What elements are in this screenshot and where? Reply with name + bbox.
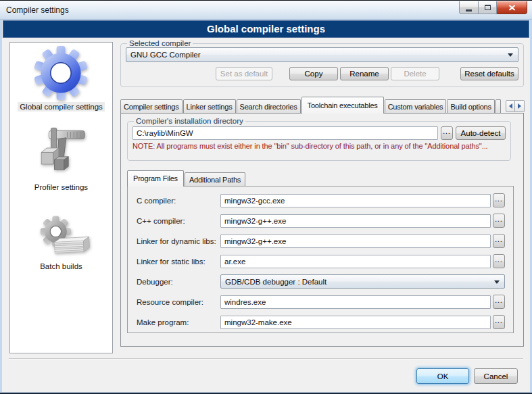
field-label: Linker for static libs:: [137, 257, 220, 266]
tab-scroll-right-button[interactable]: [515, 100, 525, 112]
field-row-c-compiler: C compiler: ...: [137, 193, 505, 207]
toolchain-executables-page: Compiler's installation directory ... Au…: [120, 113, 524, 347]
field-row-cpp-compiler: C++ compiler: ...: [137, 214, 505, 228]
paths-subtabs: Program Files Additional Paths: [127, 170, 246, 187]
chevron-down-icon: [494, 280, 500, 284]
debugger-select[interactable]: GDB/CDB debugger : Default: [220, 274, 505, 289]
installation-directory-legend: Compiler's installation directory: [134, 117, 245, 125]
window-title: Compiler settings: [6, 5, 69, 15]
static-linker-input[interactable]: [220, 255, 491, 268]
close-icon: [508, 5, 516, 11]
cpp-compiler-input[interactable]: [220, 214, 491, 228]
dynamic-linker-input[interactable]: [220, 235, 491, 248]
reset-defaults-button[interactable]: Reset defaults: [460, 67, 518, 80]
resource-compiler-input[interactable]: [220, 295, 491, 309]
right-arrow-icon: [518, 103, 521, 109]
c-compiler-browse-button[interactable]: ...: [493, 193, 505, 207]
rename-button[interactable]: Rename: [340, 67, 389, 80]
sidebar-item-label: Profiler settings: [32, 182, 90, 192]
tab-compiler-settings[interactable]: Compiler settings: [120, 99, 183, 114]
delete-button[interactable]: Delete: [391, 67, 439, 80]
field-row-dynamic-linker: Linker for dynamic libs: ...: [137, 234, 505, 248]
tab-build-options[interactable]: Build options: [447, 99, 494, 114]
blue-gear-icon: [34, 46, 88, 100]
sidebar-item-label: Batch builds: [38, 262, 84, 271]
maximize-icon: [485, 5, 491, 10]
program-files-panel: C compiler: ... C++ compiler: ... Linker…: [127, 186, 514, 333]
static-linker-browse-button[interactable]: ...: [493, 254, 505, 268]
field-row-debugger: Debugger: GDB/CDB debugger : Default: [137, 274, 505, 289]
selected-compiler-group: Selected compiler GNU GCC Compiler Set a…: [120, 39, 524, 87]
c-compiler-input[interactable]: [220, 194, 491, 207]
left-arrow-icon: [509, 103, 512, 109]
sidebar-item-profiler-settings[interactable]: Profiler settings: [32, 126, 90, 192]
titlebar[interactable]: Compiler settings: [0, 0, 532, 20]
footer-divider: [9, 358, 523, 360]
debugger-select-value: GDB/CDB debugger : Default: [225, 278, 327, 286]
resource-compiler-browse-button[interactable]: ...: [493, 295, 505, 309]
tab-linker-settings[interactable]: Linker settings: [183, 99, 236, 114]
tab-scroll-buttons: [504, 100, 525, 112]
sidebar-item-label: Global compiler settings: [18, 102, 105, 112]
make-program-input[interactable]: [220, 316, 491, 329]
subtab-additional-paths[interactable]: Additional Paths: [185, 172, 245, 187]
field-label: Linker for dynamic libs:: [137, 237, 220, 245]
sidebar-item-global-compiler-settings[interactable]: Global compiler settings: [18, 46, 105, 112]
compiler-select-value: GNU GCC Compiler: [130, 51, 201, 59]
ok-button[interactable]: OK: [416, 368, 469, 384]
field-label: C++ compiler:: [137, 217, 220, 225]
field-row-make-program: Make program: ...: [137, 315, 505, 329]
tab-custom-variables[interactable]: Custom variables: [385, 99, 447, 114]
subtab-program-files[interactable]: Program Files: [127, 170, 184, 187]
gray-gear-stack-icon: [32, 211, 91, 260]
minimize-icon: [466, 9, 472, 11]
compiler-settings-window: Compiler settings Global compiler settin…: [0, 0, 532, 394]
compiler-select[interactable]: GNU GCC Compiler: [126, 47, 518, 62]
copy-button[interactable]: Copy: [289, 67, 338, 80]
sidebar: Global compiler settings: [9, 42, 113, 353]
caliper-icon: [32, 126, 89, 180]
dynamic-linker-browse-button[interactable]: ...: [493, 234, 505, 248]
sidebar-item-batch-builds[interactable]: Batch builds: [32, 211, 91, 271]
field-label: Debugger:: [137, 278, 220, 286]
tab-scroll-left-button[interactable]: [506, 100, 515, 112]
minimize-button[interactable]: [459, 1, 479, 14]
chevron-down-icon: [508, 53, 513, 57]
installation-directory-group: Compiler's installation directory ... Au…: [127, 117, 511, 161]
cancel-button[interactable]: Cancel: [474, 368, 518, 384]
installation-directory-input[interactable]: [132, 126, 438, 140]
field-label: C compiler:: [137, 197, 220, 205]
close-button[interactable]: [497, 1, 527, 14]
settings-tabstrip: Compiler settings Linker settings Search…: [120, 97, 525, 114]
field-row-static-linker: Linker for static libs: ...: [137, 254, 505, 268]
bin-subdirectory-note: NOTE: All programs must exist either in …: [132, 142, 506, 150]
selected-compiler-legend: Selected compiler: [127, 39, 193, 47]
installation-directory-row: ... Auto-detect: [132, 126, 506, 140]
tab-partial[interactable]: [495, 99, 501, 114]
page-title: Global compiler settings: [3, 20, 529, 38]
set-as-default-button[interactable]: Set as default: [216, 67, 272, 80]
tab-search-directories[interactable]: Search directories: [237, 99, 301, 114]
auto-detect-button[interactable]: Auto-detect: [456, 126, 506, 140]
installation-directory-browse-button[interactable]: ...: [441, 126, 453, 140]
cpp-compiler-browse-button[interactable]: ...: [493, 214, 505, 228]
field-row-resource-compiler: Resource compiler: ...: [137, 295, 505, 309]
maximize-button[interactable]: [479, 1, 497, 14]
compiler-buttons-row: Set as default Copy Rename Delete Reset …: [126, 67, 518, 80]
field-label: Make program:: [137, 318, 220, 326]
dialog-body: Global compiler settings: [2, 20, 530, 392]
window-controls: [459, 1, 527, 14]
tab-toolchain-executables[interactable]: Toolchain executables: [301, 97, 384, 114]
make-program-browse-button[interactable]: ...: [493, 315, 505, 329]
field-label: Resource compiler:: [137, 298, 220, 306]
